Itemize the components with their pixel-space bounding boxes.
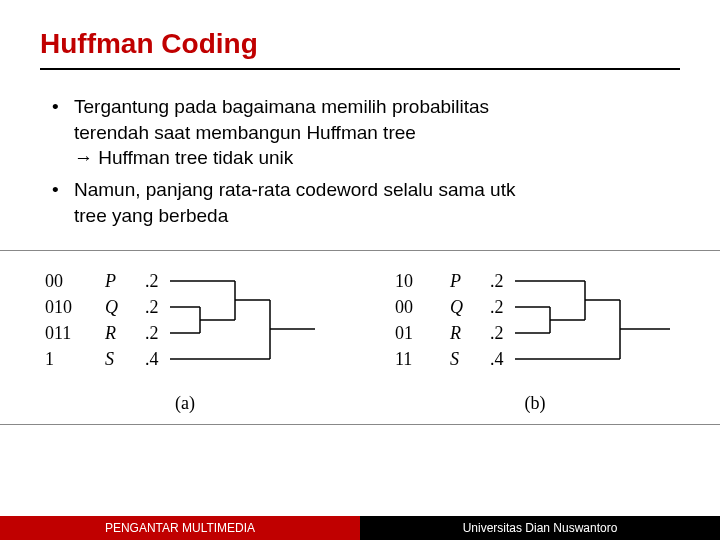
symbol-label: R bbox=[104, 323, 116, 343]
prob-label: .2 bbox=[145, 323, 159, 343]
slide-title: Huffman Coding bbox=[40, 28, 680, 70]
tree-caption: (b) bbox=[525, 393, 546, 414]
code-label: 010 bbox=[45, 297, 72, 317]
symbol-label: Q bbox=[450, 297, 463, 317]
prob-label: .4 bbox=[490, 349, 504, 369]
diagram-figure: 00 010 011 1 P Q R S .2 .2 .2 .4 bbox=[0, 250, 720, 425]
arrow-icon: → bbox=[74, 147, 93, 168]
bullet-text: Tergantung pada bagaimana memilih probab… bbox=[74, 96, 489, 117]
bullet-item: Namun, panjang rata-rata codeword selalu… bbox=[52, 177, 680, 228]
slide: Huffman Coding Tergantung pada bagaimana… bbox=[0, 0, 720, 425]
diagram-row: 00 010 011 1 P Q R S .2 .2 .2 .4 bbox=[0, 250, 720, 425]
footer-left: PENGANTAR MULTIMEDIA bbox=[0, 516, 360, 540]
symbol-label: S bbox=[105, 349, 114, 369]
tree-caption: (a) bbox=[175, 393, 195, 414]
bullet-list: Tergantung pada bagaimana memilih probab… bbox=[40, 94, 680, 228]
prob-label: .2 bbox=[490, 271, 504, 291]
code-label: 00 bbox=[45, 271, 63, 291]
huffman-tree-b: 10 00 01 11 P Q R S .2 .2 .2 .4 bbox=[385, 265, 685, 414]
symbol-label: P bbox=[449, 271, 461, 291]
prob-label: .2 bbox=[490, 323, 504, 343]
symbol-label: Q bbox=[105, 297, 118, 317]
footer-bar: PENGANTAR MULTIMEDIA Universitas Dian Nu… bbox=[0, 516, 720, 540]
code-label: 00 bbox=[395, 297, 413, 317]
bullet-text: Namun, panjang rata-rata codeword selalu… bbox=[74, 179, 515, 200]
bullet-text: terendah saat membangun Huffman tree bbox=[74, 120, 680, 146]
bullet-item: Tergantung pada bagaimana memilih probab… bbox=[52, 94, 680, 171]
prob-label: .2 bbox=[145, 297, 159, 317]
bullet-text: → Huffman tree tidak unik bbox=[74, 145, 680, 171]
bullet-text: Huffman tree tidak unik bbox=[98, 147, 293, 168]
tree-svg: 10 00 01 11 P Q R S .2 .2 .2 .4 bbox=[385, 265, 685, 385]
prob-label: .2 bbox=[145, 271, 159, 291]
tree-svg: 00 010 011 1 P Q R S .2 .2 .2 .4 bbox=[35, 265, 335, 385]
symbol-label: S bbox=[450, 349, 459, 369]
code-label: 10 bbox=[395, 271, 413, 291]
code-label: 01 bbox=[395, 323, 413, 343]
code-label: 11 bbox=[395, 349, 412, 369]
footer-right: Universitas Dian Nuswantoro bbox=[360, 516, 720, 540]
tree-lines bbox=[170, 281, 315, 359]
huffman-tree-a: 00 010 011 1 P Q R S .2 .2 .2 .4 bbox=[35, 265, 335, 414]
prob-label: .2 bbox=[490, 297, 504, 317]
prob-label: .4 bbox=[145, 349, 159, 369]
code-label: 1 bbox=[45, 349, 54, 369]
symbol-label: P bbox=[104, 271, 116, 291]
bullet-text: tree yang berbeda bbox=[74, 203, 680, 229]
symbol-label: R bbox=[449, 323, 461, 343]
tree-lines bbox=[515, 281, 670, 359]
code-label: 011 bbox=[45, 323, 71, 343]
